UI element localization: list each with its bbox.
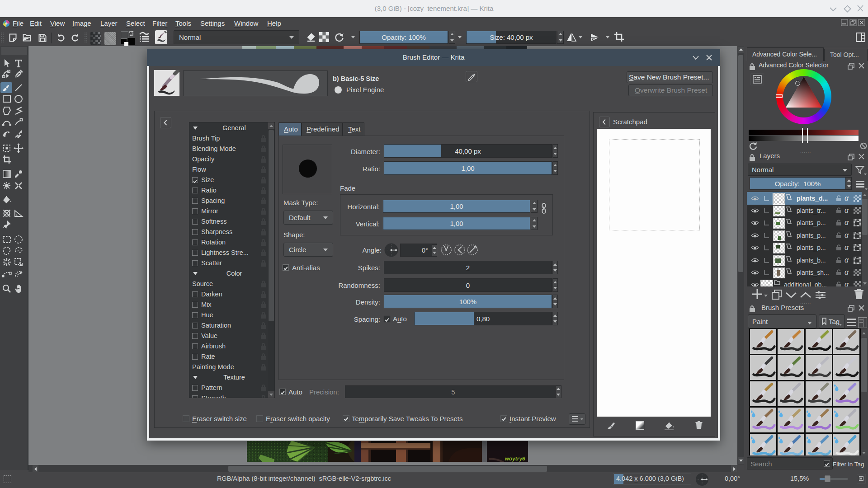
svg-text:woytry6: woytry6 (504, 455, 526, 462)
